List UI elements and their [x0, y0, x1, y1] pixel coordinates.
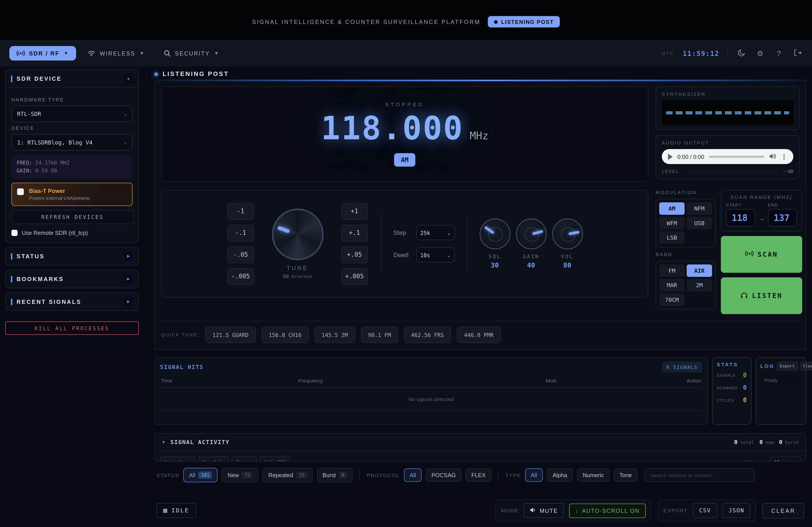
activity-filter-button[interactable]: New Only [199, 456, 229, 462]
hardware-type-select[interactable]: RTL-SDR ⌄ [12, 105, 133, 122]
status-filter-button[interactable]: New 71 [222, 468, 259, 482]
window-value: 15 min [774, 460, 790, 462]
kebab-menu-icon[interactable]: ⋮ [781, 153, 787, 160]
auto-scroll-button[interactable]: ↓ AUTO-SCROLL ON [569, 503, 646, 518]
dark-mode-moon-icon[interactable] [737, 48, 747, 58]
modulation-option-button[interactable]: NFM [686, 202, 712, 215]
tune-step-down-button[interactable]: -.1 [227, 224, 254, 241]
bias-t-checkbox[interactable] [17, 189, 24, 195]
tune-step-up-button[interactable]: +.05 [341, 246, 368, 263]
protocol-filter-button[interactable]: POCSAG [426, 468, 462, 482]
scan-button[interactable]: SCAN [721, 236, 802, 273]
window-select[interactable]: 15 min ⌄ [769, 456, 800, 462]
squelch-knob[interactable] [479, 219, 510, 250]
modulation-option-button[interactable]: WFM [659, 217, 684, 229]
signal-activity-title-row[interactable]: ▼ SIGNAL ACTIVITY [161, 439, 229, 446]
band-option-button[interactable]: FM [659, 265, 684, 277]
expand-toggle-icon[interactable]: ▶ [124, 274, 133, 284]
sidebar-section-header[interactable]: STATUS ▶ [6, 247, 138, 265]
scan-end-input[interactable]: 137 [768, 209, 797, 227]
tune-step-down-button[interactable]: -1 [227, 202, 254, 220]
gain-label: GAIN [523, 254, 539, 259]
activity-filter-button[interactable]: Bursts [232, 456, 257, 462]
listen-button[interactable]: LISTEN [721, 277, 802, 314]
signal-activity-header: ▼ SIGNAL ACTIVITY 0 total 0 [155, 434, 806, 451]
tune-step-down-button[interactable]: -.005 [227, 268, 254, 285]
log-clear-button[interactable]: Clear [800, 362, 812, 371]
tune-step-up-button[interactable]: +.1 [341, 224, 368, 241]
dwell-select[interactable]: 10s ⌄ [416, 247, 454, 262]
quick-tune-preset-button[interactable]: 156.8 CH16 [261, 327, 308, 343]
settings-gear-icon[interactable]: ⚙ [755, 49, 765, 58]
tune-step-up-button[interactable]: +.005 [341, 268, 368, 285]
type-filter-button[interactable]: All [525, 468, 543, 482]
export-json-button[interactable]: JSON [722, 503, 751, 518]
modulation-option-button[interactable]: LSB [659, 231, 684, 244]
gain-value: 40 [527, 261, 535, 269]
step-select[interactable]: 25k ⌄ [416, 225, 454, 240]
modulation-option-button[interactable]: AM [659, 202, 684, 215]
band-option-button[interactable]: 2M [686, 279, 712, 291]
device-select[interactable]: 1: RTLSDRBlog, Blog V4 ⌄ [12, 134, 133, 151]
play-icon[interactable] [668, 153, 673, 160]
nav-item-security[interactable]: SECURITY ▼ [156, 46, 227, 61]
protocol-filter-button[interactable]: All [404, 468, 422, 482]
kill-all-processes-button[interactable]: KILL ALL PROCESSES [5, 321, 139, 335]
type-filter-button[interactable]: Tone [614, 468, 637, 482]
clear-button[interactable]: CLEAR [763, 503, 804, 518]
log-export-button[interactable]: Export [777, 362, 798, 371]
export-csv-button[interactable]: CSV [693, 503, 717, 518]
level-value: -- dB [783, 169, 794, 174]
band-option-button[interactable]: 70CM [659, 293, 684, 306]
sdr-device-header[interactable]: SDR DEVICE ▼ [6, 70, 138, 88]
sidebar-section-header[interactable]: BOOKMARKS ▶ [6, 270, 138, 288]
nav-item-sdr-rf[interactable]: SDR / RF ▼ [9, 46, 76, 60]
tune-step-up-button[interactable]: +1 [341, 202, 368, 220]
status-filter-button[interactable]: All 101 [183, 468, 218, 482]
mute-button[interactable]: MUTE [523, 503, 564, 518]
logout-icon[interactable] [792, 49, 803, 58]
sidebar-section-header[interactable]: RECENT SIGNALS ▶ [6, 293, 138, 311]
collapse-toggle-icon[interactable]: ▼ [124, 74, 133, 83]
activity-filter-button[interactable]: Hide Known [160, 456, 196, 462]
hardware-type-value: RTL-SDR [17, 110, 41, 117]
quick-tune-preset-button[interactable]: 446.0 PMR [457, 327, 501, 343]
chevron-down-icon: ▼ [64, 51, 69, 56]
filter-label: All [531, 472, 537, 478]
nav-item-wireless[interactable]: WIRELESS ▼ [81, 46, 152, 60]
activity-filter-button[interactable]: Hide ISM [259, 456, 290, 462]
search-input[interactable] [645, 468, 755, 482]
status-filter-button[interactable]: Repeated 15 [263, 468, 313, 482]
tune-step-down-button[interactable]: -.05 [227, 246, 254, 263]
filter-count-badge: 101 [199, 471, 212, 479]
quick-tune-preset-button[interactable]: 121.5 GUARD [205, 327, 256, 343]
type-filter-button[interactable]: Alpha [547, 468, 573, 482]
remote-sdr-row[interactable]: Use Remote SDR (rtl_tcp) [12, 229, 133, 236]
quick-tune-preset-button[interactable]: 98.1 FM [361, 327, 398, 343]
stat-value: 0 [743, 396, 747, 404]
volume-knob[interactable] [552, 219, 583, 250]
audio-player[interactable]: 0:00 / 0:00 ⋮ [662, 149, 793, 164]
modulation-option-button[interactable]: USB [686, 217, 712, 229]
status-filter-button[interactable]: Burst 0 [317, 468, 353, 482]
quick-tune-preset-button[interactable]: 462.56 FRS [404, 327, 451, 343]
audio-progress-bar[interactable] [709, 155, 765, 157]
accent-bar [11, 253, 12, 260]
expand-toggle-icon[interactable]: ▶ [124, 252, 133, 261]
band-option-button[interactable]: AIR [686, 265, 712, 277]
bias-t-card[interactable]: Bias-T Power Powers external LNA/preamp [12, 183, 133, 206]
remote-sdr-checkbox[interactable] [12, 230, 18, 236]
help-icon[interactable]: ? [774, 49, 784, 58]
tune-knob-hint: ⌨ arrow keys [282, 274, 313, 279]
scan-start-input[interactable]: 118 [726, 209, 755, 227]
counter-label: burst [785, 440, 799, 445]
band-option-button[interactable]: MAR [659, 279, 684, 291]
expand-toggle-icon[interactable]: ▶ [124, 297, 133, 306]
volume-icon[interactable] [769, 152, 776, 161]
gain-knob[interactable] [516, 219, 547, 250]
protocol-filter-button[interactable]: FLEX [466, 468, 492, 482]
refresh-devices-button[interactable]: REFRESH DEVICES [12, 210, 134, 224]
type-filter-button[interactable]: Numeric [577, 468, 610, 482]
tune-knob[interactable] [272, 209, 323, 260]
quick-tune-preset-button[interactable]: 145.5 2M [315, 327, 355, 343]
